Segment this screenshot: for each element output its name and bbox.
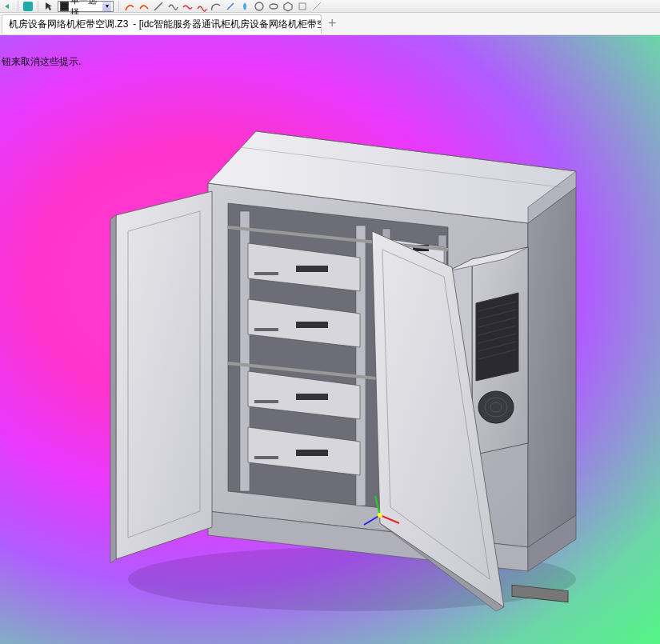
- ellipse-tool-icon[interactable]: [268, 1, 279, 12]
- svg-line-0: [154, 2, 162, 10]
- circle-tool-icon[interactable]: [254, 1, 265, 12]
- svg-rect-46: [254, 272, 278, 275]
- svg-point-76: [478, 391, 514, 423]
- svg-rect-55: [254, 456, 278, 459]
- mode-indicator-icon: [60, 2, 69, 11]
- separator: [38, 1, 38, 12]
- svg-point-2: [255, 2, 263, 10]
- svg-marker-68: [476, 293, 518, 381]
- wave-tool-1-icon[interactable]: [182, 1, 193, 12]
- selection-mode-dropdown[interactable]: 单一选择 ▾: [58, 1, 114, 12]
- viewport-3d[interactable]: [0, 35, 660, 644]
- svg-point-88: [378, 513, 382, 518]
- separator: [18, 1, 18, 12]
- chevron-down-icon[interactable]: ▾: [102, 2, 111, 11]
- top-toolbar: 单一选择 ▾: [0, 0, 660, 13]
- cursor-icon[interactable]: [43, 1, 54, 12]
- svg-rect-54: [296, 450, 328, 456]
- svg-rect-52: [254, 400, 278, 403]
- new-tab-button[interactable]: +: [322, 15, 343, 32]
- curve-tool-2-icon[interactable]: [138, 1, 150, 12]
- line-tool-icon[interactable]: [153, 1, 164, 12]
- tab-title-suffix: - [idc智能服务器通讯柜机房设备网络机柜带空调]: [133, 18, 322, 31]
- drop-tool-icon[interactable]: [239, 1, 250, 12]
- undo-icon[interactable]: [2, 1, 13, 12]
- svg-rect-5: [299, 3, 306, 10]
- left-door: [110, 191, 212, 563]
- hexagon-tool-icon[interactable]: [282, 1, 294, 12]
- svg-marker-4: [284, 2, 292, 11]
- document-tab[interactable]: 机房设备网络机柜带空调.Z3 - [idc智能服务器通讯柜机房设备网络机柜带空调…: [2, 14, 322, 34]
- svg-rect-51: [296, 394, 328, 400]
- cabinet-model[interactable]: [0, 35, 660, 644]
- wave-tool-2-icon[interactable]: [196, 1, 207, 12]
- tool-n1-icon[interactable]: [297, 1, 308, 12]
- tab-row: 机房设备网络机柜带空调.Z3 - [idc智能服务器通讯柜机房设备网络机柜带空调…: [0, 13, 660, 35]
- spline-tool-icon[interactable]: [167, 1, 178, 12]
- window-icon[interactable]: [23, 2, 33, 11]
- curve-tool-1-icon[interactable]: [124, 1, 135, 12]
- diag-line-icon[interactable]: [225, 1, 236, 12]
- hint-text-2: 钮来取消这些提示.: [0, 54, 82, 70]
- tool-n2-icon[interactable]: [311, 1, 322, 12]
- svg-rect-48: [296, 322, 328, 328]
- separator: [118, 1, 119, 12]
- svg-rect-49: [254, 328, 278, 331]
- svg-marker-79: [116, 191, 212, 559]
- svg-rect-45: [296, 266, 328, 272]
- svg-line-1: [227, 3, 234, 10]
- svg-point-3: [270, 4, 278, 9]
- svg-marker-81: [110, 215, 116, 563]
- svg-marker-34: [528, 187, 576, 547]
- tab-filename: 机房设备网络机柜带空调.Z3: [9, 18, 128, 31]
- arc-tool-icon[interactable]: [210, 1, 222, 12]
